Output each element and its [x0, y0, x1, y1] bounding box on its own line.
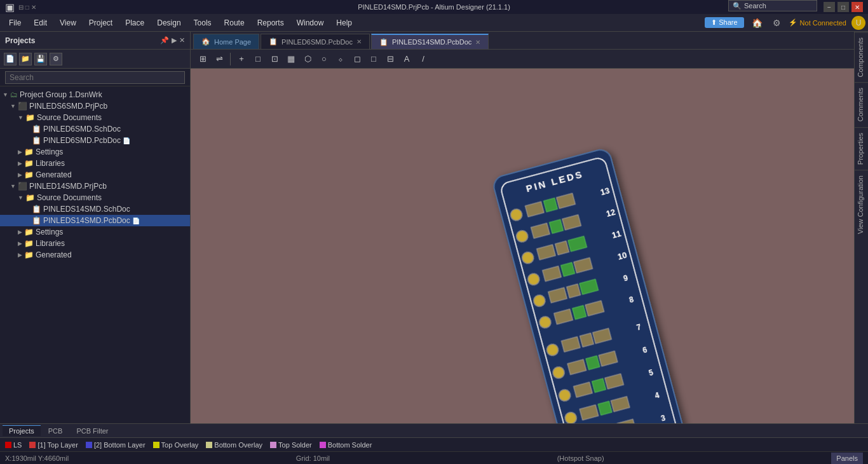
comments-panel-tab[interactable]: Comments — [855, 82, 868, 126]
pcb-tool-add[interactable]: + — [234, 52, 248, 66]
tree-pinled6smd-sch[interactable]: ▶ 📋 PINLED6SMD.SchDoc — [0, 123, 190, 135]
tree-pinled14smd[interactable]: ▼ ⬛ PINLED14SMD.PrjPcb — [0, 181, 190, 192]
pcb-tool-text[interactable]: A — [400, 52, 414, 66]
app-title: PINLED14SMD.PrjPcb - Altium Designer (21… — [56, 3, 812, 11]
menu-tools[interactable]: Tools — [187, 16, 218, 30]
close-panel-icon[interactable]: ✕ — [179, 36, 185, 44]
pcb-tool-route[interactable]: ⇌ — [212, 52, 226, 66]
pcb-icon: 📋 — [32, 216, 41, 225]
pcb-icon: 📋 — [32, 136, 41, 145]
tab-close-icon[interactable]: ✕ — [356, 38, 362, 45]
titlebar: ▣ ⊟ □ ✕ PINLED14SMD.PrjPcb - Altium Desi… — [0, 0, 868, 14]
tree-pinleds6smd[interactable]: ▼ ⬛ PINLEDS6SMD.PrjPcb — [0, 100, 190, 112]
new-doc-button[interactable]: 📄 — [4, 53, 17, 65]
pcb-tool-poly[interactable]: ⬡ — [301, 52, 315, 66]
tree-libraries-1[interactable]: ▶ 📁 Libraries — [0, 158, 190, 169]
source-docs-2-label: Source Documents — [37, 193, 102, 202]
view-config-panel-tab[interactable]: View Configuration — [855, 170, 868, 239]
tree-project-group[interactable]: ▼ 🗂 Project Group 1.DsnWrk — [0, 89, 190, 100]
maximize-button[interactable]: □ — [837, 2, 849, 12]
pcb-toolbar: ⊞ ⇌ + □ ⊡ ▦ ⬡ ○ ⬦ ◻ □ ⊟ A / — [191, 50, 854, 69]
doc-modified-icon: 📄 — [123, 137, 130, 144]
tree-source-docs-2[interactable]: ▼ 📁 Source Documents — [0, 192, 190, 203]
close-button[interactable]: ✕ — [851, 2, 863, 12]
panels-button[interactable]: Panels — [831, 453, 863, 464]
tree-settings-1[interactable]: ▶ 📁 Settings — [0, 146, 190, 158]
settings-button[interactable]: ⚙ — [50, 53, 62, 65]
menu-view[interactable]: View — [53, 16, 83, 30]
tree-generated-1[interactable]: ▶ 📁 Generated — [0, 169, 190, 181]
tab-home-page[interactable]: 🏠 Home Page — [193, 34, 259, 49]
btab-projects[interactable]: Projects — [3, 425, 41, 436]
menu-window[interactable]: Window — [290, 16, 330, 30]
tab-pinleds14smd[interactable]: 📋 PINLEDS14SMD.PcbDoc ✕ — [371, 34, 489, 49]
global-search[interactable]: 🔍 Search — [728, 0, 817, 11]
menu-file[interactable]: File — [3, 16, 27, 30]
btab-pcb-filter[interactable]: PCB Filter — [70, 426, 114, 436]
layer-top[interactable]: [1] Top Layer — [29, 441, 78, 449]
layer-ls[interactable]: LS — [5, 441, 22, 449]
layer-top-label: [1] Top Layer — [37, 441, 78, 449]
pcb-tool-fill[interactable]: ▦ — [284, 52, 298, 66]
canvas-area[interactable]: PIN LEDS 13 — [191, 69, 854, 423]
expand-arrow: ▶ — [18, 229, 22, 235]
layer-bottom-overlay-label: Bottom Overlay — [214, 441, 262, 449]
layer-top-solder[interactable]: Top Solder — [270, 441, 312, 449]
pcb-tool-track[interactable]: □ — [367, 52, 381, 66]
menu-reports[interactable]: Reports — [251, 16, 290, 30]
layer-top-overlay[interactable]: Top Overlay — [153, 441, 199, 449]
expand-arrow: ▼ — [18, 114, 24, 121]
pcb-tool-measure[interactable]: ⊟ — [383, 52, 397, 66]
pcb-tool-via[interactable]: ⬦ — [334, 52, 348, 66]
menu-project[interactable]: Project — [83, 16, 119, 30]
menu-route[interactable]: Route — [218, 16, 251, 30]
tree-settings-2[interactable]: ▶ 📁 Settings — [0, 226, 190, 238]
layer-bottom[interactable]: [2] Bottom Layer — [86, 441, 146, 449]
pinleds14smd-pcb-label: PINLEDS14SMD.PcbDoc — [43, 216, 130, 225]
btab-pcb[interactable]: PCB — [42, 426, 69, 436]
expand-arrow: ▼ — [3, 92, 8, 98]
pin-panel-icon[interactable]: 📌 — [160, 36, 169, 44]
tab-home-label: Home Page — [214, 38, 251, 46]
share-label: Share — [719, 18, 737, 26]
tree-pinleds14smd-sch[interactable]: ▶ 📋 PINLEDS14SMD.SchDoc — [0, 203, 190, 215]
tree-libraries-2[interactable]: ▶ 📁 Libraries — [0, 238, 190, 249]
folder-icon: 📁 — [24, 250, 34, 259]
tree-pinleds14smd-pcb[interactable]: ▶ 📋 PINLEDS14SMD.PcbDoc 📄 — [0, 215, 190, 226]
tree-generated-2[interactable]: ▶ 📁 Generated — [0, 249, 190, 261]
minimize-button[interactable]: − — [824, 2, 835, 12]
share-button[interactable]: ⬆ Share — [705, 17, 743, 28]
settings-icon[interactable]: ⚙ — [770, 17, 783, 29]
layer-bottom-overlay[interactable]: Bottom Overlay — [206, 441, 262, 449]
float-panel-icon[interactable]: ▶ — [172, 36, 177, 44]
menu-design[interactable]: Design — [151, 16, 187, 30]
pcb-tool-rect[interactable]: □ — [251, 52, 265, 66]
tree-pinled6smd-pcb[interactable]: ▶ 📋 PINLED6SMD.PcbDoc 📄 — [0, 135, 190, 146]
open-button[interactable]: 📁 — [19, 53, 32, 65]
settings-1-label: Settings — [36, 147, 63, 156]
generated-1-label: Generated — [36, 170, 72, 179]
pcb-tool-pad[interactable]: ◻ — [350, 52, 364, 66]
search-input[interactable] — [5, 71, 185, 84]
tree-source-docs-1[interactable]: ▼ 📁 Source Documents — [0, 112, 190, 123]
pcb-tool-filter[interactable]: ⊞ — [196, 52, 210, 66]
menu-help[interactable]: Help — [330, 16, 358, 30]
pcb-tool-region[interactable]: ⊡ — [268, 52, 281, 66]
tab-close-icon[interactable]: ✕ — [475, 39, 480, 46]
home-icon[interactable]: 🏠 — [749, 17, 765, 29]
tab-pinled6smd[interactable]: 📋 PINLED6SMD.PcbDoc ✕ — [261, 34, 370, 49]
menu-edit[interactable]: Edit — [27, 16, 53, 30]
expand-arrow: ▶ — [18, 252, 22, 258]
settings-2-label: Settings — [36, 228, 63, 236]
pcb-tool-circle[interactable]: ○ — [317, 52, 331, 66]
project-group-label: Project Group 1.DsnWrk — [20, 90, 102, 99]
menu-place[interactable]: Place — [119, 16, 151, 30]
save-button[interactable]: 💾 — [34, 53, 47, 65]
properties-panel-tab[interactable]: Properties — [855, 127, 868, 170]
user-avatar[interactable]: U — [851, 16, 865, 30]
components-panel-tab[interactable]: Components — [855, 32, 868, 82]
layer-bottom-solder[interactable]: Bottom Solder — [320, 441, 372, 449]
pinleds14smd-sch-label: PINLEDS14SMD.SchDoc — [43, 205, 130, 214]
pcb-tool-line[interactable]: / — [416, 52, 430, 66]
expand-arrow: ▶ — [18, 240, 22, 247]
